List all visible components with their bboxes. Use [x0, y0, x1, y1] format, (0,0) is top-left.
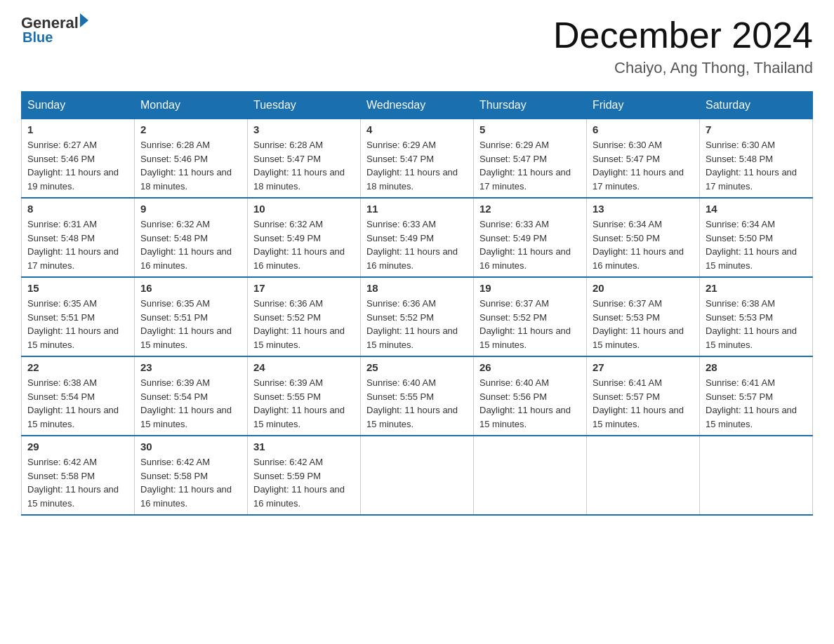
day-number: 26 [479, 361, 581, 373]
location-title: Chaiyo, Ang Thong, Thailand [553, 59, 813, 77]
day-cell: 31Sunrise: 6:42 AMSunset: 5:59 PMDayligh… [248, 436, 361, 515]
day-info: Sunrise: 6:42 AMSunset: 5:58 PMDaylight:… [140, 455, 241, 510]
header-friday: Friday [587, 92, 700, 119]
day-cell: 26Sunrise: 6:40 AMSunset: 5:56 PMDayligh… [474, 356, 587, 436]
title-area: December 2024 Chaiyo, Ang Thong, Thailan… [553, 14, 813, 77]
week-row-2: 8Sunrise: 6:31 AMSunset: 5:48 PMDaylight… [22, 198, 813, 277]
day-cell: 12Sunrise: 6:33 AMSunset: 5:49 PMDayligh… [474, 198, 587, 277]
logo-wrapper: General Blue [21, 14, 88, 46]
day-number: 1 [27, 123, 128, 135]
day-cell: 9Sunrise: 6:32 AMSunset: 5:48 PMDaylight… [135, 198, 248, 277]
day-cell [700, 436, 813, 515]
day-number: 31 [253, 441, 355, 452]
day-cell: 27Sunrise: 6:41 AMSunset: 5:57 PMDayligh… [587, 356, 700, 436]
day-cell [361, 436, 474, 515]
day-number: 4 [366, 123, 468, 135]
day-info: Sunrise: 6:40 AMSunset: 5:55 PMDaylight:… [366, 376, 468, 431]
day-cell: 21Sunrise: 6:38 AMSunset: 5:53 PMDayligh… [700, 277, 813, 356]
day-number: 13 [593, 203, 694, 215]
day-cell: 2Sunrise: 6:28 AMSunset: 5:46 PMDaylight… [135, 119, 248, 199]
day-number: 14 [706, 203, 807, 215]
logo: General Blue [21, 14, 88, 46]
day-cell: 17Sunrise: 6:36 AMSunset: 5:52 PMDayligh… [248, 277, 361, 356]
day-number: 12 [479, 203, 581, 215]
day-info: Sunrise: 6:37 AMSunset: 5:53 PMDaylight:… [593, 297, 694, 351]
week-row-5: 29Sunrise: 6:42 AMSunset: 5:58 PMDayligh… [22, 436, 813, 515]
day-cell: 25Sunrise: 6:40 AMSunset: 5:55 PMDayligh… [361, 356, 474, 436]
week-row-4: 22Sunrise: 6:38 AMSunset: 5:54 PMDayligh… [22, 356, 813, 436]
day-number: 22 [27, 361, 128, 373]
week-row-1: 1Sunrise: 6:27 AMSunset: 5:46 PMDaylight… [22, 119, 813, 199]
day-cell: 11Sunrise: 6:33 AMSunset: 5:49 PMDayligh… [361, 198, 474, 277]
day-cell: 16Sunrise: 6:35 AMSunset: 5:51 PMDayligh… [135, 277, 248, 356]
header-monday: Monday [135, 92, 248, 119]
day-cell: 7Sunrise: 6:30 AMSunset: 5:48 PMDaylight… [700, 119, 813, 199]
day-cell: 5Sunrise: 6:29 AMSunset: 5:47 PMDaylight… [474, 119, 587, 199]
day-cell: 24Sunrise: 6:39 AMSunset: 5:55 PMDayligh… [248, 356, 361, 436]
day-cell: 8Sunrise: 6:31 AMSunset: 5:48 PMDaylight… [22, 198, 135, 277]
day-cell: 19Sunrise: 6:37 AMSunset: 5:52 PMDayligh… [474, 277, 587, 356]
header-tuesday: Tuesday [248, 92, 361, 119]
day-info: Sunrise: 6:29 AMSunset: 5:47 PMDaylight:… [366, 138, 468, 193]
week-row-3: 15Sunrise: 6:35 AMSunset: 5:51 PMDayligh… [22, 277, 813, 356]
month-title: December 2024 [553, 14, 813, 56]
day-info: Sunrise: 6:34 AMSunset: 5:50 PMDaylight:… [593, 217, 694, 272]
day-cell [474, 436, 587, 515]
day-info: Sunrise: 6:38 AMSunset: 5:53 PMDaylight:… [706, 297, 807, 351]
day-cell: 18Sunrise: 6:36 AMSunset: 5:52 PMDayligh… [361, 277, 474, 356]
day-number: 6 [593, 123, 694, 135]
day-info: Sunrise: 6:30 AMSunset: 5:48 PMDaylight:… [706, 138, 807, 193]
day-info: Sunrise: 6:28 AMSunset: 5:46 PMDaylight:… [140, 138, 241, 193]
day-cell: 6Sunrise: 6:30 AMSunset: 5:47 PMDaylight… [587, 119, 700, 199]
day-info: Sunrise: 6:31 AMSunset: 5:48 PMDaylight:… [27, 217, 128, 272]
day-info: Sunrise: 6:29 AMSunset: 5:47 PMDaylight:… [479, 138, 581, 193]
day-number: 11 [366, 203, 468, 215]
header-wednesday: Wednesday [361, 92, 474, 119]
header-row: SundayMondayTuesdayWednesdayThursdayFrid… [22, 92, 813, 119]
day-info: Sunrise: 6:27 AMSunset: 5:46 PMDaylight:… [27, 138, 128, 193]
day-cell: 15Sunrise: 6:35 AMSunset: 5:51 PMDayligh… [22, 277, 135, 356]
day-number: 29 [27, 441, 128, 452]
day-info: Sunrise: 6:42 AMSunset: 5:59 PMDaylight:… [253, 455, 355, 510]
day-cell: 13Sunrise: 6:34 AMSunset: 5:50 PMDayligh… [587, 198, 700, 277]
day-cell: 30Sunrise: 6:42 AMSunset: 5:58 PMDayligh… [135, 436, 248, 515]
day-info: Sunrise: 6:38 AMSunset: 5:54 PMDaylight:… [27, 376, 128, 431]
day-number: 3 [253, 123, 355, 135]
day-number: 21 [706, 282, 807, 294]
day-number: 16 [140, 282, 241, 294]
day-info: Sunrise: 6:30 AMSunset: 5:47 PMDaylight:… [593, 138, 694, 193]
day-cell [587, 436, 700, 515]
day-number: 5 [479, 123, 581, 135]
day-info: Sunrise: 6:36 AMSunset: 5:52 PMDaylight:… [253, 297, 355, 351]
day-info: Sunrise: 6:34 AMSunset: 5:50 PMDaylight:… [706, 217, 807, 272]
day-info: Sunrise: 6:41 AMSunset: 5:57 PMDaylight:… [593, 376, 694, 431]
day-number: 9 [140, 203, 241, 215]
day-info: Sunrise: 6:39 AMSunset: 5:55 PMDaylight:… [253, 376, 355, 431]
day-cell: 23Sunrise: 6:39 AMSunset: 5:54 PMDayligh… [135, 356, 248, 436]
day-info: Sunrise: 6:40 AMSunset: 5:56 PMDaylight:… [479, 376, 581, 431]
header-sunday: Sunday [22, 92, 135, 119]
day-info: Sunrise: 6:39 AMSunset: 5:54 PMDaylight:… [140, 376, 241, 431]
day-number: 8 [27, 203, 128, 215]
logo-text-blue: Blue [22, 29, 88, 46]
day-info: Sunrise: 6:35 AMSunset: 5:51 PMDaylight:… [27, 297, 128, 351]
day-cell: 3Sunrise: 6:28 AMSunset: 5:47 PMDaylight… [248, 119, 361, 199]
day-number: 10 [253, 203, 355, 215]
day-info: Sunrise: 6:32 AMSunset: 5:49 PMDaylight:… [253, 217, 355, 272]
day-cell: 1Sunrise: 6:27 AMSunset: 5:46 PMDaylight… [22, 119, 135, 199]
day-number: 28 [706, 361, 807, 373]
day-number: 18 [366, 282, 468, 294]
day-number: 27 [593, 361, 694, 373]
calendar-header: SundayMondayTuesdayWednesdayThursdayFrid… [22, 92, 813, 119]
logo-arrow-icon [80, 13, 88, 27]
day-number: 15 [27, 282, 128, 294]
day-info: Sunrise: 6:42 AMSunset: 5:58 PMDaylight:… [27, 455, 128, 510]
day-number: 25 [366, 361, 468, 373]
day-cell: 4Sunrise: 6:29 AMSunset: 5:47 PMDaylight… [361, 119, 474, 199]
day-cell: 10Sunrise: 6:32 AMSunset: 5:49 PMDayligh… [248, 198, 361, 277]
day-number: 7 [706, 123, 807, 135]
day-info: Sunrise: 6:37 AMSunset: 5:52 PMDaylight:… [479, 297, 581, 351]
day-cell: 22Sunrise: 6:38 AMSunset: 5:54 PMDayligh… [22, 356, 135, 436]
calendar-body: 1Sunrise: 6:27 AMSunset: 5:46 PMDaylight… [22, 119, 813, 516]
day-info: Sunrise: 6:36 AMSunset: 5:52 PMDaylight:… [366, 297, 468, 351]
